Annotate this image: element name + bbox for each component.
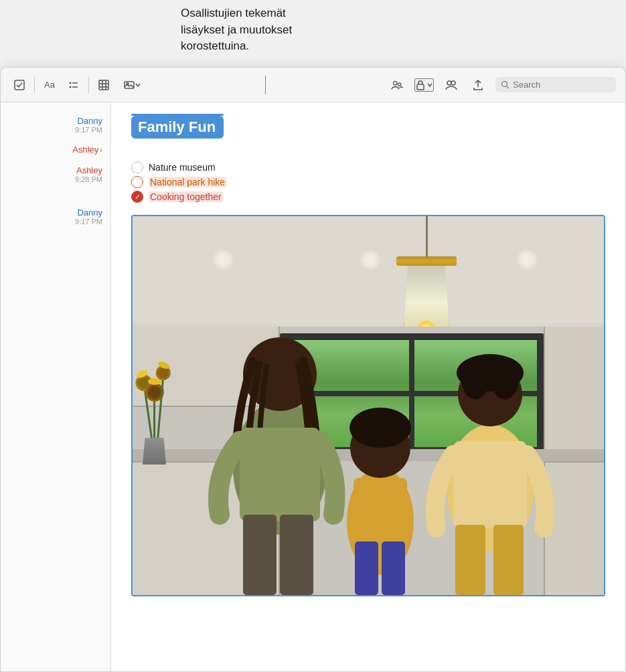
svg-rect-28 xyxy=(355,541,378,595)
note-title-container: Family Fun xyxy=(131,116,224,149)
people-icon xyxy=(445,79,457,91)
svg-rect-21 xyxy=(240,428,320,521)
ceiling-light-3 xyxy=(517,250,537,270)
lamp-top xyxy=(396,256,457,266)
chevron-down-icon xyxy=(135,82,141,88)
svg-rect-27 xyxy=(354,478,407,545)
callout-text: Osallistujien tekemät lisäykset ja muuto… xyxy=(181,7,292,52)
lock-chevron-icon xyxy=(427,82,433,88)
upload-button[interactable] xyxy=(469,76,487,94)
sidebar: Danny 9:17 PM Ashley › Ashley 9:28 PM Da… xyxy=(1,102,111,671)
toolbar-divider-2 xyxy=(88,77,89,93)
table-button[interactable] xyxy=(94,76,113,94)
svg-rect-23 xyxy=(280,515,313,595)
collaboration-button[interactable] xyxy=(388,76,406,94)
person-3-silhouette xyxy=(423,287,557,595)
note-title-block: Family Fun xyxy=(131,116,224,139)
svg-rect-0 xyxy=(15,80,24,90)
sidebar-user-name: Danny xyxy=(77,116,102,126)
svg-point-1 xyxy=(70,82,72,84)
svg-point-13 xyxy=(398,82,401,86)
content-area: Danny 9:17 PM Ashley › Ashley 9:28 PM Da… xyxy=(1,102,625,671)
svg-point-33 xyxy=(462,362,489,400)
sidebar-user-time: 9:28 PM xyxy=(75,175,102,183)
svg-point-17 xyxy=(502,82,507,87)
checklist-item-2: National park hike xyxy=(131,176,605,188)
svg-point-34 xyxy=(491,362,518,400)
toolbar-divider-1 xyxy=(34,77,35,93)
search-box xyxy=(495,77,616,92)
checklist-item-1: Nature museum xyxy=(131,161,605,173)
sidebar-user-time: 9:17 PM xyxy=(75,126,102,134)
checklist-item-3: Cooking together xyxy=(131,191,605,203)
sidebar-user-time: 9:17 PM xyxy=(75,218,102,226)
sidebar-item-danny2[interactable]: Danny 9:17 PM xyxy=(1,205,110,228)
svg-rect-36 xyxy=(455,525,485,595)
svg-point-12 xyxy=(394,81,397,84)
svg-rect-35 xyxy=(453,441,527,528)
svg-point-16 xyxy=(451,81,455,85)
lamp-cord xyxy=(426,216,428,256)
note-title: Family Fun xyxy=(138,118,216,135)
checklist-item-text-2: National park hike xyxy=(149,177,226,187)
checklist-item-text-1: Nature museum xyxy=(149,162,216,173)
toolbar: Aa xyxy=(1,68,625,102)
checkbox-1[interactable] xyxy=(131,161,143,173)
flowers-vase xyxy=(143,377,166,465)
upload-icon xyxy=(472,79,484,91)
ceiling-light-2 xyxy=(360,250,380,270)
lock-icon xyxy=(416,80,425,90)
svg-rect-37 xyxy=(493,525,524,595)
photo-container xyxy=(131,215,605,596)
svg-point-2 xyxy=(70,86,72,88)
svg-rect-22 xyxy=(243,515,277,595)
media-button[interactable] xyxy=(119,76,145,94)
checkbox-3[interactable] xyxy=(131,191,143,203)
cursor-indicator xyxy=(265,76,266,94)
svg-rect-5 xyxy=(99,80,108,90)
list-style-button[interactable] xyxy=(64,76,83,94)
toolbar-center xyxy=(152,76,381,94)
sidebar-item-danny1[interactable]: Danny 9:17 PM xyxy=(1,113,110,137)
toolbar-right xyxy=(388,76,616,94)
vase xyxy=(143,438,166,465)
lock-button[interactable] xyxy=(414,78,434,92)
sidebar-user-name: Ashley xyxy=(72,145,98,155)
checkbox-2[interactable] xyxy=(131,176,143,188)
media-icon xyxy=(123,79,135,91)
kitchen-photo xyxy=(133,216,604,595)
checklist: Nature museum National park hike Cooking… xyxy=(131,161,605,203)
svg-rect-29 xyxy=(382,541,405,595)
sidebar-item-ashley1[interactable]: Ashley › xyxy=(1,142,110,157)
svg-rect-14 xyxy=(417,84,424,90)
sidebar-user-name: Ashley xyxy=(76,165,102,175)
font-button[interactable]: Aa xyxy=(40,76,59,94)
stem-2 xyxy=(153,398,155,441)
table-icon xyxy=(98,79,110,91)
sidebar-arrow-icon: › xyxy=(100,146,102,154)
svg-point-15 xyxy=(447,81,451,85)
list-style-icon xyxy=(68,79,80,91)
title-top-indicator xyxy=(131,114,224,116)
collaboration-icon xyxy=(391,79,403,91)
search-icon xyxy=(501,80,510,89)
compose-button[interactable] xyxy=(10,76,29,94)
svg-line-18 xyxy=(507,86,510,89)
person-2-silhouette xyxy=(327,367,434,595)
toolbar-left: Aa xyxy=(10,76,145,94)
share-people-button[interactable] xyxy=(442,76,461,94)
compose-icon xyxy=(13,79,25,91)
search-input[interactable] xyxy=(513,80,600,90)
document-area: Family Fun Nature museum National park h… xyxy=(111,102,625,671)
font-icon: Aa xyxy=(44,80,55,90)
flower-stems xyxy=(147,377,161,441)
checklist-item-text-3: Cooking together xyxy=(149,191,223,202)
sidebar-item-ashley2[interactable]: Ashley 9:28 PM xyxy=(1,163,110,186)
main-window: Aa xyxy=(0,67,626,672)
sidebar-user-name: Danny xyxy=(77,207,102,218)
svg-point-26 xyxy=(349,408,411,448)
callout-tooltip: Osallistujien tekemät lisäykset ja muuto… xyxy=(181,5,328,55)
